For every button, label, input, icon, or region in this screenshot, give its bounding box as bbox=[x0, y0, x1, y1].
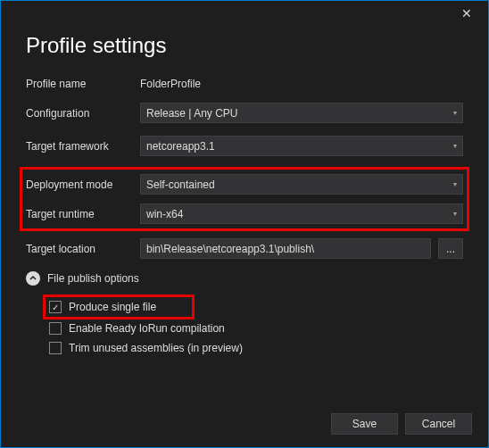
select-configuration-value: Release | Any CPU bbox=[146, 107, 238, 120]
select-deployment-mode[interactable]: Self-contained ▾ bbox=[140, 174, 463, 195]
browse-button-label: ... bbox=[446, 243, 455, 255]
select-deployment-mode-value: Self-contained bbox=[146, 178, 215, 191]
browse-button[interactable]: ... bbox=[438, 238, 463, 259]
select-target-framework-value: netcoreapp3.1 bbox=[146, 140, 215, 153]
row-profile-name: Profile name FolderProfile bbox=[26, 76, 463, 92]
select-target-framework[interactable]: netcoreapp3.1 ▾ bbox=[140, 136, 463, 156]
highlight-produce-single-file: ✓ Produce single file bbox=[43, 295, 195, 319]
chevron-down-icon: ▾ bbox=[453, 109, 457, 117]
select-target-runtime-value: win-x64 bbox=[146, 208, 183, 220]
checkbox-produce-single-file[interactable]: ✓ bbox=[49, 301, 62, 313]
chevron-down-icon: ▾ bbox=[453, 180, 457, 188]
expander-file-publish-options[interactable]: File publish options bbox=[26, 271, 463, 286]
row-trim-unused: Trim unused assemblies (in preview) bbox=[49, 341, 463, 355]
label-configuration: Configuration bbox=[26, 107, 133, 120]
cancel-button-label: Cancel bbox=[422, 418, 455, 430]
label-profile-name: Profile name bbox=[26, 78, 133, 90]
label-deployment-mode: Deployment mode bbox=[26, 178, 133, 191]
cancel-button[interactable]: Cancel bbox=[405, 413, 472, 435]
expander-label: File publish options bbox=[47, 272, 139, 285]
dialog-content: Profile settings Profile name FolderProf… bbox=[1, 26, 488, 355]
checkbox-ready-to-run[interactable] bbox=[49, 322, 62, 335]
select-configuration[interactable]: Release | Any CPU ▾ bbox=[140, 103, 463, 123]
checkbox-trim-unused[interactable] bbox=[49, 342, 62, 354]
row-target-framework: Target framework netcoreapp3.1 ▾ bbox=[26, 134, 463, 158]
close-icon[interactable]: ✕ bbox=[454, 3, 479, 24]
checkbox-label-ready-to-run: Enable Ready IoRun compilation bbox=[69, 322, 225, 335]
save-button-label: Save bbox=[352, 418, 377, 430]
label-target-location: Target location bbox=[26, 243, 133, 255]
chevron-up-icon bbox=[26, 271, 40, 286]
row-target-runtime: Target runtime win-x64 ▾ bbox=[26, 202, 463, 226]
dialog-button-bar: Save Cancel bbox=[331, 413, 472, 435]
checkbox-label-trim-unused: Trim unused assemblies (in preview) bbox=[69, 342, 243, 354]
title-bar: ✕ bbox=[1, 1, 488, 26]
chevron-down-icon: ▾ bbox=[453, 142, 457, 150]
highlight-deployment-runtime: Deployment mode Self-contained ▾ Target … bbox=[20, 167, 469, 231]
value-profile-name: FolderProfile bbox=[140, 78, 463, 90]
input-target-location-value: bin\Release\netcoreapp3.1\publish\ bbox=[146, 243, 314, 255]
label-target-runtime: Target runtime bbox=[26, 208, 133, 220]
row-deployment-mode: Deployment mode Self-contained ▾ bbox=[26, 172, 463, 196]
select-target-runtime[interactable]: win-x64 ▾ bbox=[140, 203, 463, 224]
chevron-down-icon: ▾ bbox=[453, 210, 457, 218]
row-configuration: Configuration Release | Any CPU ▾ bbox=[26, 101, 463, 125]
file-publish-options-list: ✓ Produce single file Enable Ready IoRun… bbox=[26, 295, 463, 355]
row-ready-to-run: Enable Ready IoRun compilation bbox=[49, 321, 463, 336]
row-target-location: Target location bin\Release\netcoreapp3.… bbox=[26, 236, 463, 261]
page-title: Profile settings bbox=[26, 33, 463, 58]
label-target-framework: Target framework bbox=[26, 140, 133, 153]
checkbox-label-produce-single-file: Produce single file bbox=[69, 301, 156, 313]
input-target-location[interactable]: bin\Release\netcoreapp3.1\publish\ bbox=[140, 238, 431, 259]
save-button[interactable]: Save bbox=[331, 413, 398, 435]
